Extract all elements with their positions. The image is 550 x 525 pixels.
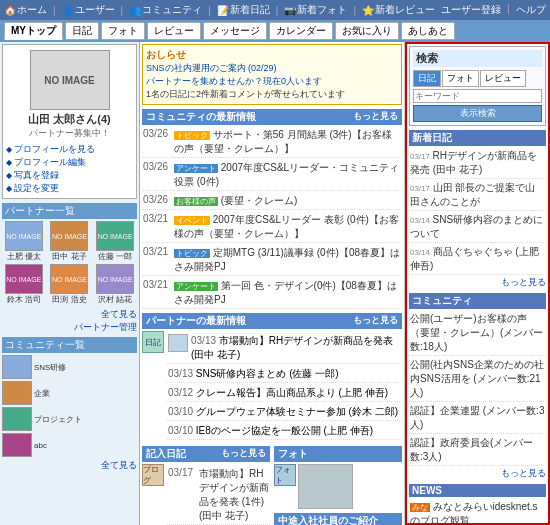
photo-thumbnail <box>298 464 353 509</box>
list-item: NO IMAGE 田中 花子 <box>48 221 92 262</box>
community-image <box>2 407 32 431</box>
partner-image: NO IMAGE <box>96 264 134 294</box>
tab-message[interactable]: メッセージ <box>203 22 267 40</box>
diary-icon: 日記 <box>142 331 164 353</box>
nav-help[interactable]: ヘルプ <box>516 3 546 17</box>
partner-image: NO IMAGE <box>5 221 43 251</box>
partner-grid: NO IMAGE 土肥 優太 NO IMAGE 田中 花子 NO IMAGE 佐… <box>2 221 137 305</box>
list-item: SNS研修 <box>2 355 137 379</box>
tab-photo[interactable]: フォト <box>101 22 145 40</box>
partner-name: 土肥 優太 <box>2 251 46 262</box>
profile-view-link[interactable]: プロフィールを見る <box>6 143 133 156</box>
search-tab-diary[interactable]: 日記 <box>413 70 441 87</box>
list-item: abc <box>2 433 137 457</box>
list-item: NO IMAGE 田渕 浩史 <box>48 264 92 305</box>
list-item: 公開(ユーザー)お客様の声（要望・クレーム）(メンバー数:18人) <box>409 311 546 356</box>
tab-footprints[interactable]: あしあと <box>401 22 455 40</box>
list-item: NO IMAGE 鈴木 浩司 <box>2 264 46 305</box>
list-item: NO IMAGE 土肥 優太 <box>2 221 46 262</box>
list-item: 認証】政府委員会(メンバー数:3人) <box>409 435 546 466</box>
partner-section: パートナー一覧 NO IMAGE 土肥 優太 NO IMAGE 田中 花子 NO… <box>2 203 137 334</box>
partner-name: 田中 花子 <box>48 251 92 262</box>
community-image <box>2 355 32 379</box>
list-item: 03/10 IE8のページ協定を一般公開 (上肥 伸吾) <box>167 423 402 440</box>
profile-box: NO IMAGE 山田 太郎さん(4) パートナー募集中！ プロフィールを見る … <box>2 44 137 199</box>
partner-news-more[interactable]: もっと見る <box>353 314 398 328</box>
community-more-link[interactable]: もっと見る <box>409 467 546 480</box>
person-intro-section: 中途入社社員のご紹介 佐藤 一郎 プロマネ 田中 花子 <box>274 513 402 525</box>
nav-new-diary[interactable]: 📝 新着日記 <box>217 3 270 17</box>
list-item: 03/10 グループウェア体験セミナー参加 (鈴木 二郎) <box>167 404 402 421</box>
partner-section-title: パートナー一覧 <box>2 203 137 219</box>
oshirase-item2[interactable]: パートナーを集めませんか？現在0人います <box>146 75 398 88</box>
right-news-section: NEWS みな みなとみらいidesknet.sのブログ観覧 有休連結重要工程の… <box>409 484 546 525</box>
partner-image: NO IMAGE <box>50 221 88 251</box>
top-nav: 🏠 ホーム | 👤 ユーザー | 👥 コミュニティ | 📝 新着日記 | 📷 新… <box>0 0 550 20</box>
blog-more[interactable]: もっと見る <box>221 447 266 461</box>
profile-links: プロフィールを見る プロフィール編集 写真を登録 設定を変更 <box>6 143 133 195</box>
search-tab-photo[interactable]: フォト <box>442 70 479 87</box>
all-partners-link[interactable]: 全て見る <box>2 308 137 321</box>
list-item: 03/26 トピック サポート・第56 月間結果 (3件)【お客様の声（要望・ク… <box>142 127 402 158</box>
blog-icon: ブログ <box>142 464 164 486</box>
right-community-title: コミュニティ <box>409 293 546 309</box>
list-item: 03/13 SNS研修内容まとめ (佐藤 一郎) <box>167 366 402 383</box>
nav-new-photo[interactable]: 📷 新着フォト <box>284 3 347 17</box>
list-item: 03/21 イベント 2007年度CS&Lリーダー 表彰 (0件)【お客様の声（… <box>142 212 402 243</box>
nav-user[interactable]: 👤 ユーザー <box>62 3 115 17</box>
tab-review[interactable]: レビュー <box>147 22 201 40</box>
right-community-section: コミュニティ 公開(ユーザー)お客様の声（要望・クレーム）(メンバー数:18人)… <box>409 293 546 480</box>
list-item: プロジェクト <box>2 407 137 431</box>
search-input[interactable] <box>413 89 542 103</box>
blog-section: 記入日記 もっと見る ブログ 03/17 市場動向】RHデザインが新商品を発表 … <box>142 446 270 525</box>
right-diary-section: 新着日記 03/17 RHデザインが新商品を発売 (田中 花子) 03/17 山… <box>409 130 546 289</box>
nav-home[interactable]: 🏠 ホーム <box>4 3 47 17</box>
tab-diary[interactable]: 日記 <box>65 22 99 40</box>
oshirase-box: おしらせ SNSの社内運用のご案内 (02/29) パートナーを集めませんか？現… <box>142 44 402 105</box>
community-image <box>2 433 32 457</box>
nav-register[interactable]: ユーザー登録 <box>441 3 501 17</box>
nav-new-review[interactable]: ⭐ 新着レビュー <box>362 3 435 17</box>
list-item: 03/17 市場動向】RHデザインが新商品を発表 (1件) (田中 花子) <box>167 466 270 525</box>
search-title: 検索 <box>413 50 542 67</box>
tab-favorites[interactable]: お気に入り <box>335 22 399 40</box>
list-item: 03/21 トピック 定期MTG (3/11)議事録 (0件)【08春夏】はさみ… <box>142 245 402 276</box>
profile-settings-link[interactable]: 設定を変更 <box>6 182 133 195</box>
person-intro-title: 中途入社社員のご紹介 <box>274 513 402 525</box>
search-tab-review[interactable]: レビュー <box>480 70 526 87</box>
oshirase-item1[interactable]: SNSの社内運用のご案内 (02/29) <box>146 62 398 75</box>
profile-photo-link[interactable]: 写真を登録 <box>6 169 133 182</box>
partner-news-image <box>168 334 188 352</box>
list-item: 03/26 お客様の声 (要望・クレーム) <box>142 193 402 210</box>
partner-name: 沢村 結花 <box>93 294 137 305</box>
list-item: 公開(社内SNS企業のための社内SNS活用を (メンバー数:21人) <box>409 357 546 402</box>
no-image-label: NO IMAGE <box>44 75 95 86</box>
photo-icon: フォト <box>274 464 296 486</box>
list-item: 03/17 RHデザインが新商品を発売 (田中 花子) <box>409 148 546 179</box>
nav-community[interactable]: 👥 コミュニティ <box>129 3 202 17</box>
community-name: SNS研修 <box>34 362 66 373</box>
right-diary-title: 新着日記 <box>409 130 546 146</box>
diary-more-link[interactable]: もっと見る <box>409 276 546 289</box>
profile-edit-link[interactable]: プロフィール編集 <box>6 156 133 169</box>
community-news-more[interactable]: もっと見る <box>353 110 398 124</box>
list-item: 企業 <box>2 381 137 405</box>
profile-name: 山田 太郎さん(4) <box>6 112 133 127</box>
tab-mytop[interactable]: MYトップ <box>4 22 63 40</box>
list-item: NO IMAGE 沢村 結花 <box>93 264 137 305</box>
search-tabs: 日記 フォト レビュー <box>413 70 542 87</box>
search-button[interactable]: 表示検索 <box>413 105 542 122</box>
list-item: みな みなとみらいidesknet.sのブログ観覧 <box>409 499 546 525</box>
all-communities-link[interactable]: 全て見る <box>2 459 137 472</box>
right-news-title: NEWS <box>409 484 546 497</box>
partner-news-section: パートナーの最新情報 もっと見る 日記 03/13 市場動向】RHデザインが新商… <box>142 313 402 442</box>
right-column: 検索 日記 フォト レビュー 表示検索 新着日記 03/17 RHデザインが新商… <box>405 42 550 525</box>
list-item: 03/26 アンケート 2007年度CS&Lリーダー・コミュニティ役票 (0件) <box>142 160 402 191</box>
list-item: 03/14 商品ぐちゃぐちゃ (上肥 伸吾) <box>409 244 546 275</box>
tab-calendar[interactable]: カレンダー <box>269 22 333 40</box>
list-item: 認証】企業連盟 (メンバー数:3人) <box>409 403 546 434</box>
partner-image: NO IMAGE <box>50 264 88 294</box>
manage-partners-link[interactable]: パートナー管理 <box>2 321 137 334</box>
blog-section-title: 記入日記 もっと見る <box>142 446 270 462</box>
partner-name: 鈴木 浩司 <box>2 294 46 305</box>
